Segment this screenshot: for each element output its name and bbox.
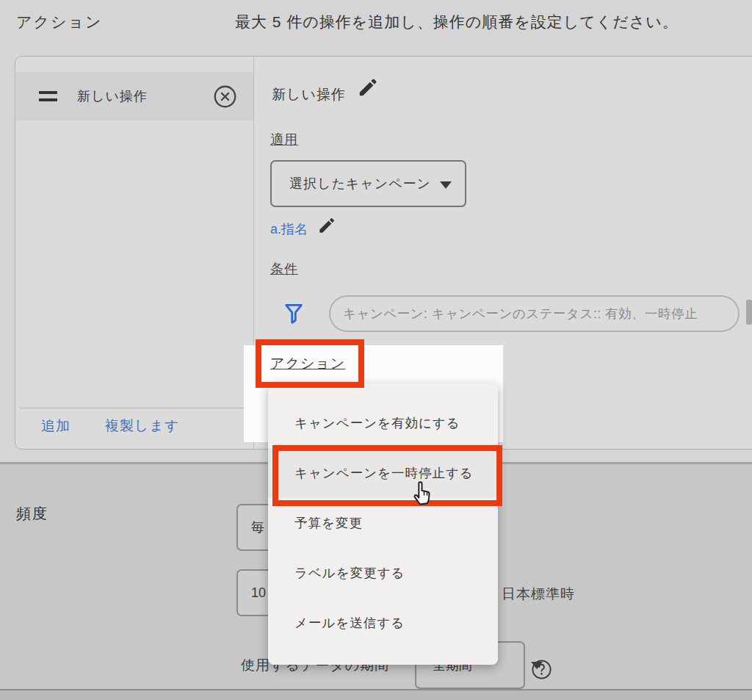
filter-chip[interactable]: キャンペーン: キャンペーンのステータス:: 有効、一時停止 [329, 295, 740, 332]
filter-chip-text: キャンペーン: キャンペーンのステータス:: 有効、一時停止 [343, 305, 698, 322]
apply-link[interactable]: 適用 [270, 131, 298, 148]
drag-handle-icon[interactable] [39, 72, 58, 120]
action-list-panel: 新しい操作 追加 複製します [15, 57, 254, 449]
menu-item-send-email[interactable]: メールを送信する [268, 598, 498, 648]
frequency-label: 頻度 [16, 504, 48, 524]
frequency-time-value: 10 [251, 585, 266, 601]
scope-select[interactable]: 選択したキャンペーン [270, 160, 466, 207]
menu-item-pause-campaign[interactable]: キャンペーンを一時停止する [268, 448, 498, 498]
scope-selected-value: 選択したキャンペーン [289, 175, 431, 192]
edit-title-icon[interactable] [357, 76, 379, 98]
menu-item-enable-campaign[interactable]: キャンペーンを有効にする [268, 398, 498, 448]
clipped-edge-element [746, 300, 752, 325]
caret-down-icon [440, 181, 452, 189]
timezone-label: 日本標準時 [502, 585, 575, 604]
frequency-unit-value: 毎 [251, 519, 264, 536]
action-list-item[interactable]: 新しい操作 [16, 72, 253, 120]
bottom-divider [0, 689, 752, 700]
automated-rule-action-page: アクション 最大 5 件の操作を追加し、操作の順番を設定してください。 新しい操… [0, 0, 752, 700]
campaign-link[interactable]: a.指名 [270, 220, 308, 238]
action-detail-title: 新しい操作 [272, 85, 346, 104]
filter-icon[interactable] [283, 303, 304, 325]
remove-action-icon[interactable] [213, 84, 237, 109]
condition-link[interactable]: 条件 [270, 260, 298, 278]
section-title: アクション [16, 12, 102, 32]
action-menu: キャンペーンを有効にする キャンペーンを一時停止する 予算を変更 ラベルを変更す… [268, 383, 498, 665]
help-icon[interactable] [531, 659, 552, 680]
menu-item-change-budget[interactable]: 予算を変更 [268, 498, 498, 548]
section-instruction: 最大 5 件の操作を追加し、操作の順番を設定してください。 [235, 12, 679, 32]
hand-cursor-icon [410, 477, 436, 507]
duplicate-action-button[interactable]: 複製します [105, 416, 179, 436]
action-item-title: 新しい操作 [77, 87, 148, 105]
menu-item-change-label[interactable]: ラベルを変更する [268, 548, 498, 598]
action-dropdown-link[interactable]: アクション [270, 354, 345, 373]
list-footer-divider [19, 408, 254, 408]
edit-campaign-icon[interactable] [317, 216, 336, 235]
add-action-button[interactable]: 追加 [41, 416, 70, 436]
